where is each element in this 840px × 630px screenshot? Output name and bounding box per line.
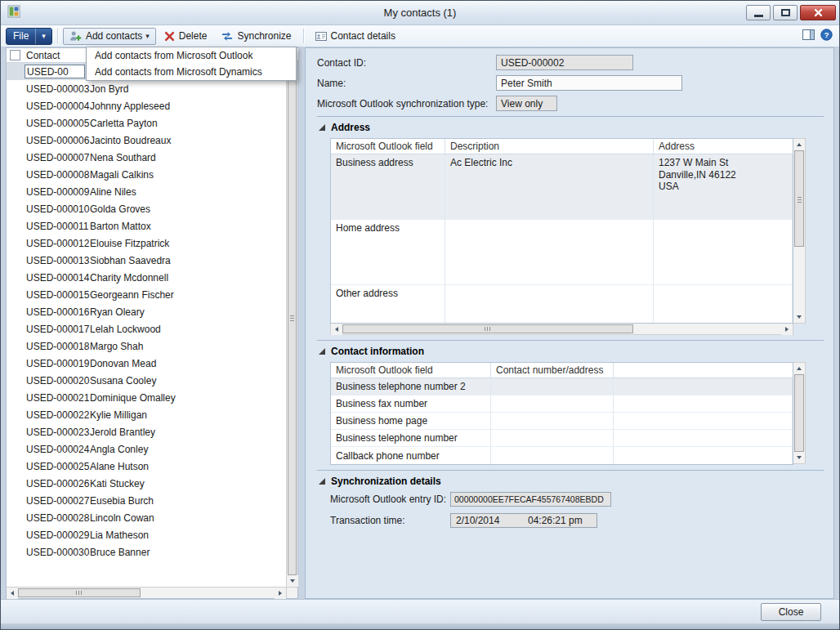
scroll-down-button[interactable]	[287, 575, 298, 587]
contact-row[interactable]: USED-000025 Alane Hutson	[7, 458, 286, 475]
contact-name-cell: Magali Calkins	[90, 169, 286, 181]
contact-column-header[interactable]: Contact	[26, 50, 60, 61]
contact-info-row[interactable]: Business telephone number	[331, 430, 793, 447]
contact-row[interactable]: USED-000030 Bruce Banner	[7, 543, 286, 561]
contact-id-cell: USED-000030	[26, 547, 90, 558]
minimize-button[interactable]	[746, 5, 771, 20]
contact-row[interactable]: USED-000029 Lia Matheson	[7, 526, 286, 543]
delete-label: Delete	[179, 30, 208, 42]
contact-id-cell: USED-000003	[26, 83, 90, 95]
address-section-header[interactable]: Address	[319, 122, 824, 133]
contact-row[interactable]: USED-000024 Angla Conley	[7, 440, 286, 458]
contact-row[interactable]: USED-000008 Magali Calkins	[7, 166, 286, 183]
contact-row[interactable]: USED-000015 Georgeann Fischer	[7, 286, 286, 303]
column-header-outlook-field[interactable]: Microsoft Outlook field	[331, 139, 445, 154]
sync-type-field[interactable]: View only	[496, 96, 557, 111]
contacts-vertical-scrollbar[interactable]	[286, 48, 297, 587]
contact-row[interactable]: USED-000014 Charity Mcdonnell	[7, 269, 286, 286]
toolbar-separator	[303, 29, 304, 43]
contact-info-vertical-scrollbar[interactable]	[793, 362, 806, 464]
contact-row[interactable]: USED-000020 Susana Cooley	[7, 372, 286, 389]
address-row[interactable]: Business address Ac Electric Inc 1237 W …	[331, 154, 793, 220]
add-contacts-button[interactable]: Add contacts ▾	[63, 28, 156, 45]
scroll-left-button[interactable]	[331, 324, 342, 335]
contact-row[interactable]: USED-000013 Siobhan Saavedra	[7, 252, 286, 269]
select-all-checkbox[interactable]	[10, 50, 20, 60]
column-header-address[interactable]: Address	[654, 139, 793, 154]
contact-row[interactable]: USED-000003 Jon Byrd	[7, 80, 286, 97]
contact-info-grid: Microsoft Outlook field Contact number/a…	[330, 362, 793, 465]
scroll-track[interactable]	[141, 588, 275, 598]
contact-row[interactable]: USED-000012 Elouise Fitzpatrick	[7, 235, 286, 252]
scroll-left-button[interactable]	[7, 588, 18, 599]
contact-details-button[interactable]: Contact details	[309, 28, 402, 45]
contact-row[interactable]: USED-000004 Johnny Appleseed	[7, 97, 286, 114]
close-button[interactable]: Close	[761, 603, 821, 621]
panes-button[interactable]	[802, 29, 815, 43]
address-row[interactable]: Home address	[331, 220, 793, 285]
contact-info-row[interactable]: Business telephone number 2	[331, 378, 793, 395]
contact-row[interactable]: USED-000010 Golda Groves	[7, 200, 286, 217]
scroll-up-button[interactable]	[793, 139, 805, 150]
contact-row[interactable]: USED-000028 Lincoln Cowan	[7, 509, 286, 526]
contact-name-cell: Georgeann Fischer	[90, 289, 286, 301]
contact-info-row[interactable]: Business fax number	[331, 395, 793, 413]
synchronize-button[interactable]: Synchronize	[215, 28, 297, 45]
address-row[interactable]: Other address	[331, 285, 793, 323]
column-header-number-address[interactable]: Contact number/address	[491, 363, 614, 378]
column-header-outlook-field[interactable]: Microsoft Outlook field	[331, 363, 491, 378]
contact-row[interactable]: USED-000022 Kylie Milligan	[7, 406, 286, 423]
sync-details-section-header[interactable]: Synchronization details	[319, 476, 824, 487]
contact-row[interactable]: USED-000018 Margo Shah	[7, 337, 286, 355]
close-window-button[interactable]	[800, 5, 836, 20]
app-icon[interactable]	[7, 5, 20, 21]
scroll-right-button[interactable]	[275, 588, 286, 599]
contact-row[interactable]: USED-000019 Donovan Mead	[7, 355, 286, 372]
maximize-button[interactable]	[773, 5, 798, 20]
contact-row[interactable]: USED-000016 Ryan Oleary	[7, 303, 286, 320]
contact-info-extra-cell	[614, 447, 793, 464]
title-bar: My contacts (1)	[1, 1, 839, 25]
contact-row[interactable]: USED-000005 Carletta Payton	[7, 114, 286, 132]
selected-contact-id-cell[interactable]: USED-00	[25, 65, 85, 78]
contact-row[interactable]: USED-000023 Jerold Brantley	[7, 423, 286, 440]
scroll-thumb[interactable]	[794, 374, 804, 452]
name-field[interactable]: Peter Smith	[496, 75, 682, 91]
contacts-horizontal-scrollbar[interactable]	[7, 587, 286, 598]
column-header-description[interactable]: Description	[445, 139, 654, 154]
entry-id-field[interactable]: 00000000EE7FECAF455767408EBDD	[450, 492, 611, 507]
contact-id-cell: USED-000013	[26, 255, 90, 266]
contact-row[interactable]: USED-000021 Dominique Omalley	[7, 389, 286, 406]
scroll-track[interactable]	[793, 247, 805, 311]
transaction-time-field[interactable]: 2/10/2014 04:26:21 pm	[450, 513, 597, 528]
window-title: My contacts (1)	[1, 7, 839, 19]
contact-row[interactable]: USED-000026 Kati Stuckey	[7, 475, 286, 492]
file-menu-button[interactable]: File ▾	[6, 28, 52, 45]
scroll-thumb[interactable]	[342, 324, 633, 333]
help-button[interactable]: ?	[820, 29, 833, 44]
scroll-thumb[interactable]	[288, 60, 297, 575]
scroll-up-button[interactable]	[793, 363, 805, 374]
menu-item[interactable]: Add contacts from Microsoft Outlook	[87, 47, 296, 64]
contact-row[interactable]: USED-000027 Eusebia Burch	[7, 492, 286, 509]
scroll-right-button[interactable]	[781, 324, 793, 335]
scroll-down-button[interactable]	[793, 452, 805, 463]
contact-info-row[interactable]: Callback phone number	[331, 447, 793, 464]
scroll-down-button[interactable]	[793, 311, 805, 323]
contact-info-section-header[interactable]: Contact information	[319, 346, 824, 357]
contact-row[interactable]: USED-000009 Aline Niles	[7, 183, 286, 200]
scroll-thumb[interactable]	[794, 150, 804, 247]
contact-row[interactable]: USED-000006 Jacinto Boudreaux	[7, 132, 286, 149]
contact-id-field[interactable]: USED-000002	[496, 55, 633, 70]
menu-item[interactable]: Add contacts from Microsoft Dynamics	[87, 64, 296, 80]
contact-row[interactable]: USED-000007 Nena Southard	[7, 149, 286, 166]
delete-button[interactable]: Delete	[158, 28, 214, 45]
contact-row[interactable]: USED-000011 Barton Mattox	[7, 217, 286, 235]
contact-row[interactable]: USED-000017 Lelah Lockwood	[7, 320, 286, 337]
contact-info-row[interactable]: Business home page	[331, 413, 793, 430]
scroll-track[interactable]	[633, 324, 781, 334]
contact-id-cell: USED-000021	[26, 392, 90, 404]
scroll-thumb[interactable]	[18, 588, 141, 597]
address-vertical-scrollbar[interactable]	[793, 138, 806, 324]
address-horizontal-scrollbar[interactable]	[330, 324, 793, 335]
